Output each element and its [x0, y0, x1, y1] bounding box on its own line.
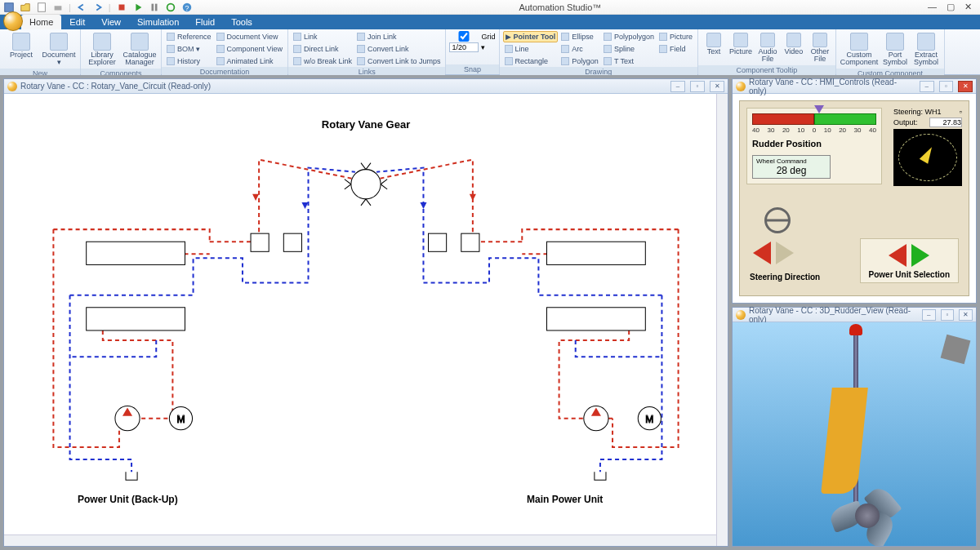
ribbon: Project Document▾ New Library Explorer C… — [0, 29, 980, 75]
tab-simulation[interactable]: Simulation — [129, 15, 187, 29]
arc-button[interactable]: Arc — [559, 43, 600, 55]
reference-button[interactable]: Reference — [165, 31, 213, 42]
history-button[interactable]: History — [165, 55, 213, 67]
rectangle-button[interactable]: Rectangle — [503, 55, 559, 67]
print-icon[interactable] — [52, 2, 64, 13]
convert-link-jumps-button[interactable]: Convert Link to Jumps — [355, 55, 443, 67]
circuit-panel-title: Rotary Vane - CC : Rotary_Vane_Circuit (… — [20, 82, 211, 91]
tab-edit[interactable]: Edit — [61, 15, 93, 29]
pu-left-button[interactable] — [889, 244, 906, 267]
maximize-button[interactable]: ▢ — [947, 2, 955, 12]
panel-max-button[interactable]: ▫ — [941, 309, 955, 321]
close-button[interactable]: ✕ — [964, 2, 972, 12]
gauge-pointer-icon — [814, 105, 824, 113]
steer-right-button[interactable] — [776, 242, 794, 264]
group-new: Project Document▾ New — [0, 29, 81, 74]
svg-text:M: M — [176, 414, 185, 425]
titlebar: | | ? Automation Studio™ — ▢ ✕ — [0, 0, 980, 15]
power-unit-selection: Power Unit Selection — [860, 238, 959, 283]
v-scrollbar[interactable] — [716, 94, 728, 546]
panel-min-button[interactable]: – — [920, 81, 934, 92]
tab-home[interactable]: Home — [21, 15, 61, 29]
new-doc-icon[interactable] — [36, 2, 47, 13]
open-icon[interactable] — [20, 2, 31, 13]
tt-audio-button[interactable]: Audio File — [755, 31, 780, 65]
panel-max-button[interactable]: ▫ — [939, 81, 954, 92]
panel-min-button[interactable]: – — [670, 81, 685, 92]
group-snap: Grid ▾ Snap — [446, 29, 499, 74]
tab-fluid[interactable]: Fluid — [187, 15, 223, 29]
extract-symbol-button[interactable]: Extract Symbol — [911, 31, 941, 69]
direct-link-button[interactable]: Direct Link — [292, 43, 354, 55]
svg-point-6 — [167, 3, 174, 11]
sim-step-icon[interactable] — [165, 2, 176, 13]
polygon-button[interactable]: Polygon — [559, 55, 600, 67]
svg-rect-0 — [5, 2, 14, 11]
sim-stop-icon[interactable] — [116, 2, 127, 13]
steer-left-button[interactable] — [753, 242, 771, 264]
project-button[interactable]: Project — [3, 31, 39, 60]
circuit-panel: Rotary Vane - CC : Rotary_Vane_Circuit (… — [3, 78, 728, 547]
svg-rect-14 — [251, 233, 269, 251]
panel-close-button[interactable]: ✕ — [710, 81, 724, 92]
document-button[interactable]: Document▾ — [41, 31, 77, 69]
polypolygon-button[interactable]: Polypolygon — [602, 31, 656, 42]
component-view-button[interactable]: Component View — [215, 43, 284, 55]
output-field[interactable] — [929, 118, 962, 127]
svg-rect-2 — [55, 6, 62, 10]
circuit-canvas[interactable]: Rotary Vane Gear Power Unit (Back-Up) Ma… — [4, 94, 728, 546]
panel-min-button[interactable]: – — [922, 309, 936, 321]
rudder-gauge: 40302010010203040 Rudder Position Wheel … — [746, 108, 882, 184]
svg-rect-3 — [118, 4, 124, 10]
threed-viewport[interactable] — [733, 322, 976, 546]
tab-view[interactable]: View — [93, 15, 129, 29]
bom-button[interactable]: BOM ▾ — [165, 43, 213, 55]
panel-close-button[interactable]: ✕ — [958, 81, 973, 92]
document-view-button[interactable]: Document View — [215, 31, 284, 42]
minimize-button[interactable]: — — [928, 2, 937, 12]
sim-play-icon[interactable] — [132, 2, 144, 13]
convert-link-button[interactable]: Convert Link — [355, 43, 443, 55]
custom-component-button[interactable]: Custom Component — [840, 31, 879, 69]
spline-button[interactable]: Spline — [602, 43, 656, 55]
wo-break-link-button[interactable]: w/o Break Link — [292, 55, 354, 67]
group-drawing: ▶Pointer Tool Line Rectangle Ellipse Arc… — [500, 29, 698, 74]
line-button[interactable]: Line — [503, 43, 559, 55]
sim-pause-icon[interactable] — [149, 2, 160, 13]
wheel-command-lcd: Wheel Command 28 deg — [752, 155, 831, 179]
threed-panel: Rotary Vane - CC : 3D_Rudder_View (Read-… — [732, 307, 977, 547]
group-custom: Custom Component Port Symbol Extract Sym… — [836, 29, 945, 74]
app-orb-button[interactable] — [3, 11, 23, 31]
catalogue-manager-button[interactable]: Catalogue Manager — [122, 31, 158, 69]
view-cube-icon[interactable] — [941, 335, 971, 365]
h-scrollbar[interactable] — [4, 534, 716, 546]
text-button[interactable]: T Text — [602, 55, 656, 67]
hmi-canvas: 40302010010203040 Rudder Position Wheel … — [739, 100, 969, 296]
tt-picture-button[interactable]: Picture — [728, 31, 754, 57]
pu-right-button[interactable] — [911, 244, 929, 267]
ellipse-button[interactable]: Ellipse — [559, 31, 600, 42]
tt-text-button[interactable]: Text — [702, 31, 726, 57]
group-documentation: Reference BOM ▾ History Document View Co… — [162, 29, 288, 74]
field-button[interactable]: Field — [657, 43, 694, 55]
tt-video-button[interactable]: Video — [782, 31, 806, 57]
port-symbol-button[interactable]: Port Symbol — [880, 31, 910, 69]
redo-icon[interactable] — [92, 2, 104, 13]
grid-checkbox[interactable] — [449, 31, 479, 42]
app-title: Automation Studio™ — [193, 2, 928, 12]
panel-close-button[interactable]: ✕ — [959, 309, 973, 321]
join-link-button[interactable]: Join Link — [355, 31, 443, 42]
grid-value-input[interactable] — [449, 42, 479, 52]
undo-icon[interactable] — [76, 2, 87, 13]
picture-button[interactable]: Picture — [657, 31, 694, 42]
animated-link-button[interactable]: Animated Link — [215, 55, 284, 67]
steering-wheel-icon[interactable] — [764, 207, 791, 233]
link-button[interactable]: Link — [292, 31, 354, 42]
pointer-tool-button[interactable]: ▶Pointer Tool — [503, 31, 559, 42]
tab-tools[interactable]: Tools — [223, 15, 261, 29]
panel-max-button[interactable]: ▫ — [690, 81, 705, 92]
library-explorer-button[interactable]: Library Explorer — [84, 31, 120, 69]
panel-icon — [7, 82, 17, 91]
help-icon[interactable]: ? — [181, 2, 193, 13]
tt-other-button[interactable]: Other File — [808, 31, 832, 65]
